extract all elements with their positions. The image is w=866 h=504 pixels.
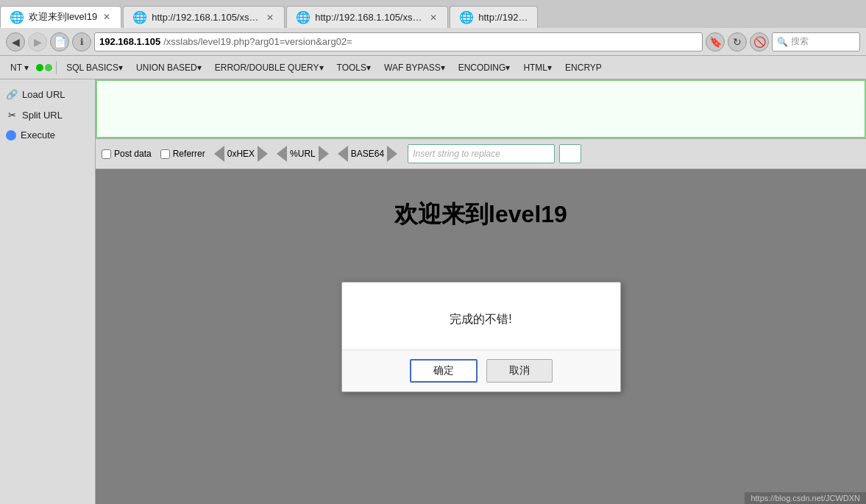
- hex-encode-arrow[interactable]: [258, 146, 268, 162]
- base64-label: BASE64: [351, 149, 384, 159]
- browser-window: 🌐 欢迎来到level19 ✕ 🌐 http://192.168.1.105/x…: [0, 0, 866, 504]
- insert-string-input[interactable]: [408, 144, 555, 163]
- tab-4[interactable]: 🌐 http://192.16: [450, 6, 538, 28]
- referrer-checkbox[interactable]: Referrer: [160, 149, 205, 159]
- toolbar-encoding[interactable]: ENCODING▾: [452, 61, 517, 74]
- right-column: Post data Referrer 0xHEX %URL: [96, 79, 866, 504]
- address-path: /xsslabs/level19.php?arg01=version&arg02…: [163, 36, 352, 47]
- tab-2-close-btn[interactable]: ✕: [265, 13, 275, 23]
- url-encode-group: %URL: [277, 146, 329, 162]
- post-data-checkbox[interactable]: Post data: [102, 149, 152, 159]
- toolbar-waf-bypass[interactable]: WAF BYPASS▾: [378, 61, 451, 74]
- status-dot-green2: [45, 64, 52, 71]
- middle-area: 🔗 Load URL ✂ Split URL Execute Post data: [0, 79, 866, 504]
- post-data-label: Post data: [114, 149, 152, 159]
- dialog-cancel-button[interactable]: 取消: [486, 359, 553, 383]
- execute-label: Execute: [21, 129, 55, 141]
- hex-label: 0xHEX: [227, 149, 255, 159]
- search-bar[interactable]: 🔍 搜索: [772, 32, 860, 52]
- forward-button[interactable]: ▶: [28, 32, 47, 52]
- split-url-label: Split URL: [22, 110, 63, 121]
- tab-globe-icon-3: 🌐: [296, 10, 310, 24]
- tab-bar: 🌐 欢迎来到level19 ✕ 🌐 http://192.168.1.105/x…: [0, 0, 866, 28]
- referrer-input[interactable]: [160, 149, 170, 159]
- post-data-input[interactable]: [102, 149, 111, 159]
- tab-active-title: 欢迎来到level19: [29, 10, 97, 24]
- toolbar-error-double[interactable]: ERROR/DOUBLE QUERY▾: [209, 61, 330, 74]
- load-url-icon: 🔗: [6, 88, 18, 100]
- tab-close-btn[interactable]: ✕: [102, 12, 112, 22]
- referrer-label: Referrer: [173, 149, 205, 159]
- sidebar-item-split-url[interactable]: ✂ Split URL: [0, 104, 95, 125]
- toolbar-tools[interactable]: TOOLS▾: [331, 61, 377, 74]
- url-label: %URL: [290, 149, 316, 159]
- toolbar-encryp[interactable]: ENCRYP: [559, 61, 608, 74]
- tab-3[interactable]: 🌐 http://192.168.1.105/xsslab... ✕: [286, 6, 448, 28]
- status-dot-green: [36, 64, 43, 71]
- split-url-icon: ✂: [6, 109, 18, 121]
- base64-encode-arrow[interactable]: [387, 146, 397, 162]
- replace-with-input[interactable]: [559, 144, 581, 163]
- search-icon: 🔍: [777, 37, 788, 47]
- sidebar: 🔗 Load URL ✂ Split URL Execute: [0, 79, 96, 504]
- bookmark-button[interactable]: 📄: [50, 32, 69, 52]
- base64-decode-arrow[interactable]: [338, 146, 348, 162]
- dialog-footer: 确定 取消: [342, 349, 620, 391]
- tab-2[interactable]: 🌐 http://192.168.1.105/xsslab... ✕: [123, 6, 285, 28]
- address-domain: 192.168.1.105: [99, 36, 160, 47]
- tab-globe-icon: 🌐: [10, 10, 24, 24]
- refresh-button[interactable]: ↻: [728, 32, 747, 52]
- url-decode-arrow[interactable]: [277, 146, 287, 162]
- tab-3-title: http://192.168.1.105/xsslab...: [315, 12, 424, 23]
- bookmark-star-button[interactable]: 🔖: [706, 32, 725, 52]
- url-input-area[interactable]: [96, 79, 866, 138]
- dialog-message: 完成的不错!: [450, 313, 511, 325]
- sqli-toolbar: NT ▾ SQL BASICS▾ UNION BASED▾ ERROR/DOUB…: [0, 56, 866, 79]
- back-button[interactable]: ◀: [6, 32, 25, 52]
- tab-globe-icon-4: 🌐: [459, 10, 474, 24]
- dialog-body: 完成的不错!: [342, 283, 620, 349]
- dialog-box: 完成的不错! 确定 取消: [341, 282, 621, 392]
- info-button[interactable]: ℹ: [72, 32, 91, 52]
- dialog-ok-button[interactable]: 确定: [410, 359, 478, 383]
- toolbar-html[interactable]: HTML▾: [517, 61, 558, 74]
- tab-globe-icon-2: 🌐: [132, 10, 147, 24]
- hex-encode-group: 0xHEX: [214, 146, 268, 162]
- toolbar-sep-1: [56, 61, 57, 74]
- toolbar-nt[interactable]: NT ▾: [4, 61, 35, 74]
- base64-encode-group: BASE64: [338, 146, 397, 162]
- sidebar-item-load-url[interactable]: 🔗 Load URL: [0, 84, 95, 104]
- toolbar-sql-basics[interactable]: SQL BASICS▾: [60, 61, 129, 74]
- search-placeholder: 搜索: [791, 35, 809, 48]
- tab-active[interactable]: 🌐 欢迎来到level19 ✕: [0, 6, 121, 28]
- nav-bar: ◀ ▶ 📄 ℹ 192.168.1.105 /xsslabs/level19.p…: [0, 28, 866, 56]
- tab-4-title: http://192.16: [478, 12, 528, 23]
- execute-icon: [6, 130, 16, 141]
- hex-decode-arrow[interactable]: [214, 146, 224, 162]
- load-url-label: Load URL: [22, 89, 65, 100]
- sidebar-item-execute[interactable]: Execute: [0, 125, 95, 145]
- url-encode-arrow[interactable]: [319, 146, 329, 162]
- address-bar-container: 192.168.1.105 /xsslabs/level19.php?arg01…: [94, 32, 703, 52]
- toolbar-union-based[interactable]: UNION BASED▾: [130, 61, 207, 74]
- page-area: 欢迎来到level19 完成的不错! 确定 取消 ht: [96, 169, 866, 504]
- encode-toolbar: Post data Referrer 0xHEX %URL: [96, 138, 866, 169]
- dialog-overlay: 完成的不错! 确定 取消: [96, 169, 866, 504]
- tab-2-title: http://192.168.1.105/xsslab...: [152, 12, 260, 23]
- tab-3-close-btn[interactable]: ✕: [428, 13, 439, 23]
- no-image-button[interactable]: 🚫: [750, 32, 769, 52]
